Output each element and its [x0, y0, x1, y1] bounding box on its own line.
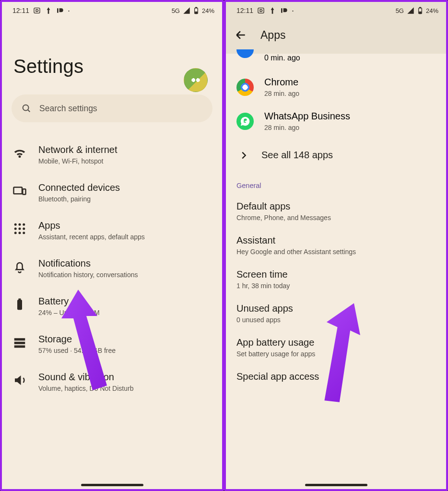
row-sub: Notification history, conversations [38, 271, 212, 279]
chrome-icon [236, 79, 254, 96]
svg-point-9 [19, 223, 21, 226]
general-row-assistant[interactable]: Assistant Hey Google and other Assistant… [226, 228, 446, 262]
whatsapp-business-icon [236, 113, 254, 130]
settings-row-storage[interactable]: Storage57% used · 54.72 GB free [2, 325, 222, 363]
profile-avatar[interactable] [184, 68, 208, 92]
bell-icon [12, 259, 27, 274]
page-title: Apps [260, 29, 285, 42]
row-label: WhatsApp Business [264, 111, 350, 122]
status-icon-a [269, 7, 276, 14]
page-title: Settings [13, 56, 211, 77]
status-icon-id [280, 7, 288, 14]
status-bar: 12:11 · 5G 24% [226, 2, 446, 18]
row-label: Assistant [236, 235, 436, 246]
status-icon-b [257, 7, 265, 14]
status-network: 5G [172, 7, 180, 14]
svg-rect-6 [14, 187, 23, 194]
svg-rect-3 [196, 7, 197, 8]
settings-row-apps[interactable]: AppsAssistant, recent apps, default apps [2, 211, 222, 249]
status-icon-b [33, 7, 41, 14]
row-label: App battery usage [236, 337, 436, 348]
svg-rect-17 [17, 300, 22, 310]
see-all-apps[interactable]: See all 148 apps [226, 138, 446, 174]
app-icon [236, 49, 254, 58]
status-battery: 24% [202, 7, 214, 14]
app-row-whatsapp-business[interactable]: WhatsApp Business28 min. ago [226, 104, 446, 138]
settings-row-connected-devices[interactable]: Connected devicesBluetooth, pairing [2, 174, 222, 211]
app-row-chrome[interactable]: Chrome28 min. ago [226, 70, 446, 104]
settings-list: Network & internetMobile, Wi-Fi, hotspot… [2, 131, 222, 401]
svg-rect-22 [258, 8, 264, 13]
row-label: Default apps [236, 201, 436, 212]
row-label: Chrome [264, 77, 299, 88]
general-row-unused-apps[interactable]: Unused apps 0 unused apps [226, 296, 446, 330]
back-button[interactable] [235, 29, 247, 41]
search-settings-input[interactable]: Search settings [12, 94, 212, 122]
general-row-special-app-access[interactable]: Special app access [226, 364, 446, 389]
app-bar: Apps [226, 18, 446, 54]
signal-icon [183, 7, 190, 14]
devices-icon [12, 184, 27, 198]
svg-rect-18 [19, 299, 21, 300]
settings-row-notifications[interactable]: NotificationsNotification history, conve… [2, 249, 222, 287]
svg-point-8 [14, 223, 17, 226]
row-sub: 28 min. ago [264, 124, 350, 131]
settings-row-sound[interactable]: Sound & vibrationVolume, haptics, Do Not… [2, 363, 222, 401]
wifi-icon [12, 146, 27, 160]
settings-row-network[interactable]: Network & internetMobile, Wi-Fi, hotspot [2, 136, 222, 174]
battery-icon [192, 7, 200, 14]
svg-rect-7 [23, 189, 25, 194]
row-sub: Hey Google and other Assistant settings [236, 248, 436, 256]
row-sub: 0 min. ago [264, 54, 300, 62]
row-sub: Assistant, recent apps, default apps [38, 233, 212, 241]
svg-rect-0 [34, 8, 40, 13]
nav-handle[interactable] [81, 484, 143, 486]
row-sub: 28 min. ago [264, 90, 299, 97]
nav-handle[interactable] [305, 484, 367, 486]
battery-row-icon [12, 297, 27, 312]
row-label: Special app access [236, 371, 436, 382]
row-label: Unused apps [236, 303, 436, 314]
row-sub: 0 unused apps [236, 316, 436, 324]
row-label: Notifications [38, 258, 212, 269]
chevron-right-icon [238, 150, 249, 161]
general-row-screen-time[interactable]: Screen time 1 hr, 38 min today [226, 262, 446, 296]
app-row-partial[interactable]: 0 min. ago [226, 54, 446, 70]
general-row-default-apps[interactable]: Default apps Chrome, Phone, and Messages [226, 194, 446, 228]
svg-point-14 [14, 232, 17, 234]
row-label: Connected devices [38, 182, 212, 193]
svg-rect-25 [420, 7, 421, 8]
status-icon-id [56, 7, 64, 14]
svg-point-5 [23, 105, 29, 111]
svg-rect-19 [14, 338, 25, 340]
row-sub: 1 hr, 38 min today [236, 282, 436, 290]
section-header-general: General [226, 174, 446, 194]
svg-rect-4 [195, 12, 197, 13]
row-label: See all 148 apps [261, 150, 333, 161]
general-row-app-battery-usage[interactable]: App battery usage Set battery usage for … [226, 330, 446, 364]
apps-icon [12, 222, 27, 236]
svg-rect-26 [419, 12, 421, 13]
svg-point-16 [23, 232, 25, 234]
row-sub: Chrome, Phone, and Messages [236, 214, 436, 222]
svg-rect-1 [57, 8, 59, 12]
settings-row-battery[interactable]: Battery24% – Until 6:30 PM [2, 287, 222, 325]
row-label: Sound & vibration [38, 372, 212, 383]
row-label: Apps [38, 220, 212, 231]
status-time: 12:11 [12, 7, 29, 14]
status-icon-a [45, 7, 52, 14]
row-sub: Set battery usage for apps [236, 350, 436, 358]
svg-rect-20 [14, 342, 25, 344]
svg-point-12 [19, 228, 21, 230]
svg-point-11 [14, 228, 17, 230]
svg-point-10 [23, 223, 25, 226]
row-sub: Bluetooth, pairing [38, 195, 212, 203]
storage-icon [12, 335, 27, 350]
svg-rect-23 [281, 8, 283, 12]
row-label: Network & internet [38, 144, 212, 155]
row-label: Screen time [236, 269, 436, 280]
row-label: Battery [38, 296, 212, 307]
svg-point-15 [19, 232, 21, 234]
signal-icon [407, 7, 414, 14]
svg-rect-21 [14, 345, 25, 348]
